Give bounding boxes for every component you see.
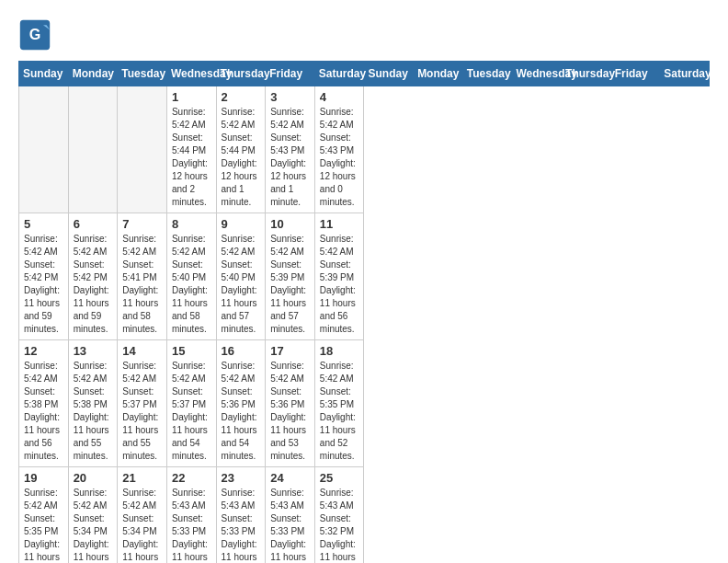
day-info: Sunrise: 5:42 AM Sunset: 5:36 PM Dayligh… <box>270 360 310 463</box>
calendar-cell: 2Sunrise: 5:42 AM Sunset: 5:44 PM Daylig… <box>216 86 266 213</box>
calendar-cell: 21Sunrise: 5:42 AM Sunset: 5:34 PM Dayli… <box>118 467 167 564</box>
day-info: Sunrise: 5:42 AM Sunset: 5:42 PM Dayligh… <box>24 233 63 336</box>
day-number: 8 <box>172 217 211 231</box>
day-number: 2 <box>222 90 261 104</box>
weekday-header-sunday: Sunday <box>19 62 69 86</box>
weekday-header: Thursday <box>562 62 611 86</box>
day-info: Sunrise: 5:42 AM Sunset: 5:34 PM Dayligh… <box>74 487 113 563</box>
day-number: 5 <box>24 217 63 231</box>
calendar-cell: 24Sunrise: 5:43 AM Sunset: 5:33 PM Dayli… <box>266 467 315 564</box>
calendar-cell: 1Sunrise: 5:42 AM Sunset: 5:44 PM Daylig… <box>166 86 216 213</box>
weekday-header-wednesday: Wednesday <box>166 62 216 86</box>
calendar-week-3: 12Sunrise: 5:42 AM Sunset: 5:38 PM Dayli… <box>19 340 710 467</box>
calendar-table: SundayMondayTuesdayWednesdayThursdayFrid… <box>18 61 710 563</box>
calendar-cell: 5Sunrise: 5:42 AM Sunset: 5:42 PM Daylig… <box>19 213 69 340</box>
day-info: Sunrise: 5:42 AM Sunset: 5:35 PM Dayligh… <box>24 487 63 563</box>
day-number: 22 <box>172 471 211 485</box>
day-info: Sunrise: 5:42 AM Sunset: 5:42 PM Dayligh… <box>74 233 113 336</box>
calendar-cell: 12Sunrise: 5:42 AM Sunset: 5:38 PM Dayli… <box>19 340 69 467</box>
day-info: Sunrise: 5:42 AM Sunset: 5:43 PM Dayligh… <box>320 106 359 209</box>
calendar-cell: 4Sunrise: 5:42 AM Sunset: 5:43 PM Daylig… <box>314 86 364 213</box>
logo-icon: G <box>18 18 51 52</box>
day-info: Sunrise: 5:43 AM Sunset: 5:33 PM Dayligh… <box>270 487 310 563</box>
weekday-header: Sunday <box>364 62 414 86</box>
day-number: 15 <box>172 344 211 358</box>
weekday-header-monday: Monday <box>68 62 118 86</box>
day-number: 24 <box>270 471 310 485</box>
calendar-cell <box>118 86 167 213</box>
calendar-cell: 18Sunrise: 5:42 AM Sunset: 5:35 PM Dayli… <box>314 340 364 467</box>
day-info: Sunrise: 5:42 AM Sunset: 5:35 PM Dayligh… <box>320 360 359 463</box>
day-number: 20 <box>74 471 113 485</box>
day-info: Sunrise: 5:42 AM Sunset: 5:39 PM Dayligh… <box>270 233 310 336</box>
day-number: 3 <box>270 90 310 104</box>
calendar-cell: 10Sunrise: 5:42 AM Sunset: 5:39 PM Dayli… <box>266 213 315 340</box>
calendar-cell: 13Sunrise: 5:42 AM Sunset: 5:38 PM Dayli… <box>68 340 118 467</box>
weekday-header: Friday <box>610 62 660 86</box>
calendar-cell: 3Sunrise: 5:42 AM Sunset: 5:43 PM Daylig… <box>266 86 315 213</box>
calendar-cell: 19Sunrise: 5:42 AM Sunset: 5:35 PM Dayli… <box>19 467 69 564</box>
calendar-cell: 15Sunrise: 5:42 AM Sunset: 5:37 PM Dayli… <box>166 340 216 467</box>
day-info: Sunrise: 5:42 AM Sunset: 5:38 PM Dayligh… <box>74 360 113 463</box>
day-info: Sunrise: 5:42 AM Sunset: 5:37 PM Dayligh… <box>122 360 162 463</box>
day-number: 7 <box>122 217 162 231</box>
weekday-header-tuesday: Tuesday <box>118 62 167 86</box>
day-info: Sunrise: 5:42 AM Sunset: 5:38 PM Dayligh… <box>24 360 63 463</box>
day-number: 12 <box>24 344 63 358</box>
day-number: 13 <box>74 344 113 358</box>
calendar-cell: 7Sunrise: 5:42 AM Sunset: 5:41 PM Daylig… <box>118 213 167 340</box>
day-number: 21 <box>122 471 162 485</box>
calendar-cell: 25Sunrise: 5:43 AM Sunset: 5:32 PM Dayli… <box>314 467 364 564</box>
day-info: Sunrise: 5:42 AM Sunset: 5:34 PM Dayligh… <box>122 487 162 563</box>
day-info: Sunrise: 5:42 AM Sunset: 5:44 PM Dayligh… <box>172 106 211 209</box>
weekday-header: Saturday <box>660 62 710 86</box>
day-number: 18 <box>320 344 359 358</box>
weekday-header: Wednesday <box>512 62 562 86</box>
header-row: SundayMondayTuesdayWednesdayThursdayFrid… <box>19 62 710 86</box>
day-number: 19 <box>24 471 63 485</box>
calendar-cell <box>68 86 118 213</box>
day-number: 17 <box>270 344 310 358</box>
day-number: 4 <box>320 90 359 104</box>
day-info: Sunrise: 5:42 AM Sunset: 5:41 PM Dayligh… <box>122 233 162 336</box>
calendar-cell: 6Sunrise: 5:42 AM Sunset: 5:42 PM Daylig… <box>68 213 118 340</box>
weekday-header-thursday: Thursday <box>216 62 266 86</box>
svg-text:G: G <box>29 26 41 42</box>
calendar-cell: 17Sunrise: 5:42 AM Sunset: 5:36 PM Dayli… <box>266 340 315 467</box>
day-info: Sunrise: 5:42 AM Sunset: 5:37 PM Dayligh… <box>172 360 211 463</box>
day-number: 25 <box>320 471 359 485</box>
calendar-cell: 14Sunrise: 5:42 AM Sunset: 5:37 PM Dayli… <box>118 340 167 467</box>
day-number: 14 <box>122 344 162 358</box>
day-number: 9 <box>222 217 261 231</box>
calendar-week-1: 1Sunrise: 5:42 AM Sunset: 5:44 PM Daylig… <box>19 86 710 213</box>
day-info: Sunrise: 5:42 AM Sunset: 5:43 PM Dayligh… <box>270 106 310 209</box>
calendar-cell: 20Sunrise: 5:42 AM Sunset: 5:34 PM Dayli… <box>68 467 118 564</box>
day-info: Sunrise: 5:42 AM Sunset: 5:40 PM Dayligh… <box>222 233 261 336</box>
day-number: 11 <box>320 217 359 231</box>
day-number: 1 <box>172 90 211 104</box>
calendar-cell: 8Sunrise: 5:42 AM Sunset: 5:40 PM Daylig… <box>166 213 216 340</box>
day-number: 23 <box>222 471 261 485</box>
day-info: Sunrise: 5:42 AM Sunset: 5:36 PM Dayligh… <box>222 360 261 463</box>
calendar-week-2: 5Sunrise: 5:42 AM Sunset: 5:42 PM Daylig… <box>19 213 710 340</box>
weekday-header: Monday <box>414 62 463 86</box>
weekday-header-saturday: Saturday <box>314 62 364 86</box>
calendar-week-4: 19Sunrise: 5:42 AM Sunset: 5:35 PM Dayli… <box>19 467 710 564</box>
day-info: Sunrise: 5:42 AM Sunset: 5:40 PM Dayligh… <box>172 233 211 336</box>
calendar-cell: 16Sunrise: 5:42 AM Sunset: 5:36 PM Dayli… <box>216 340 266 467</box>
day-info: Sunrise: 5:42 AM Sunset: 5:44 PM Dayligh… <box>222 106 261 209</box>
day-info: Sunrise: 5:43 AM Sunset: 5:33 PM Dayligh… <box>172 487 211 563</box>
weekday-header: Tuesday <box>462 62 512 86</box>
day-info: Sunrise: 5:43 AM Sunset: 5:32 PM Dayligh… <box>320 487 359 563</box>
calendar-cell: 9Sunrise: 5:42 AM Sunset: 5:40 PM Daylig… <box>216 213 266 340</box>
calendar-cell: 22Sunrise: 5:43 AM Sunset: 5:33 PM Dayli… <box>166 467 216 564</box>
calendar-cell: 23Sunrise: 5:43 AM Sunset: 5:33 PM Dayli… <box>216 467 266 564</box>
day-number: 16 <box>222 344 261 358</box>
logo: G <box>18 18 55 52</box>
day-info: Sunrise: 5:42 AM Sunset: 5:39 PM Dayligh… <box>320 233 359 336</box>
weekday-header-friday: Friday <box>266 62 315 86</box>
day-info: Sunrise: 5:43 AM Sunset: 5:33 PM Dayligh… <box>222 487 261 563</box>
day-number: 10 <box>270 217 310 231</box>
calendar-cell: 11Sunrise: 5:42 AM Sunset: 5:39 PM Dayli… <box>314 213 364 340</box>
page-header: G <box>18 18 710 52</box>
